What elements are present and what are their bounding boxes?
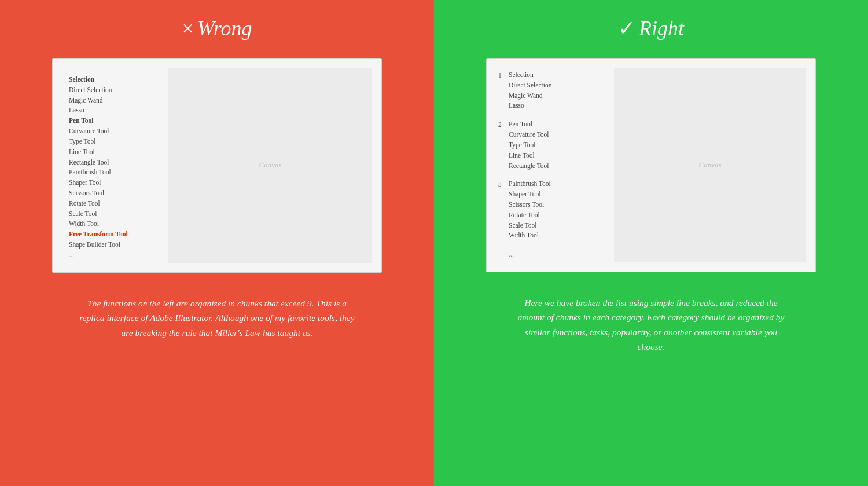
right-tool-list: 1SelectionDirect SelectionMagic WandLass… xyxy=(487,59,614,272)
list-item: Shape Builder Tool xyxy=(69,240,157,250)
list-item: Rectangle Tool xyxy=(69,158,157,168)
list-item: Direct Selection xyxy=(509,81,551,91)
wrong-canvas-area: Canvas xyxy=(168,68,372,263)
right-icon: ✓ xyxy=(618,17,635,40)
list-item: ... xyxy=(69,250,157,261)
list-item: Pen Tool xyxy=(69,116,157,126)
wrong-icon: × xyxy=(182,17,194,40)
list-item: Lasso xyxy=(509,101,551,111)
list-item: Rotate Tool xyxy=(509,210,551,221)
list-item: Type Tool xyxy=(69,137,157,147)
right-card: 1SelectionDirect SelectionMagic WandLass… xyxy=(486,58,816,272)
list-item: Lasso xyxy=(69,105,157,116)
tool-group: 2Pen ToolCurvature ToolType ToolLine Too… xyxy=(498,119,605,171)
list-item: Pen Tool xyxy=(509,119,549,130)
list-item: Curvature Tool xyxy=(509,130,549,140)
tool-group: 3Paintbrush ToolShaper ToolScissors Tool… xyxy=(498,179,605,241)
group-items: Paintbrush ToolShaper ToolScissors ToolR… xyxy=(509,179,551,241)
list-item: Scissors Tool xyxy=(69,188,157,199)
list-item: Paintbrush Tool xyxy=(509,179,551,189)
list-item: Curvature Tool xyxy=(69,126,157,137)
list-item: Magic Wand xyxy=(69,96,157,106)
list-item: Width Tool xyxy=(69,219,157,229)
list-item: Type Tool xyxy=(509,140,549,151)
list-item: Free Transform Tool xyxy=(69,229,157,240)
group-number: 2 xyxy=(498,119,509,171)
wrong-title: Wrong xyxy=(197,17,252,40)
list-item: Shaper Tool xyxy=(69,178,157,188)
list-item: Paintbrush Tool xyxy=(69,167,157,178)
list-item: Selection xyxy=(69,75,157,85)
ellipsis: ... xyxy=(509,249,605,260)
group-items: SelectionDirect SelectionMagic WandLasso xyxy=(509,70,551,111)
list-item: Line Tool xyxy=(509,151,549,161)
list-item: Scissors Tool xyxy=(509,200,551,210)
group-number: 1 xyxy=(498,70,509,111)
list-item: Magic Wand xyxy=(509,91,551,101)
list-item: Line Tool xyxy=(69,147,157,158)
list-item: Selection xyxy=(509,70,551,81)
list-item: Shaper Tool xyxy=(509,189,551,200)
wrong-description: The functions on the left are organized … xyxy=(78,296,356,341)
right-description: Here we have broken the list using simpl… xyxy=(512,295,790,355)
list-item: Rectangle Tool xyxy=(509,161,549,171)
wrong-panel: ×Wrong SelectionDirect SelectionMagic Wa… xyxy=(0,0,434,486)
list-item: Direct Selection xyxy=(69,85,157,96)
right-canvas-area: Canvas xyxy=(614,68,806,262)
list-item: Scale Tool xyxy=(509,221,551,231)
right-header: ✓Right xyxy=(434,0,868,52)
group-number: 3 xyxy=(498,179,509,241)
list-item: Scale Tool xyxy=(69,209,157,220)
right-title: Right xyxy=(639,17,684,40)
group-items: Pen ToolCurvature ToolType ToolLine Tool… xyxy=(509,119,549,171)
list-item: Width Tool xyxy=(509,231,551,241)
wrong-tool-list: SelectionDirect SelectionMagic WandLasso… xyxy=(53,59,168,272)
wrong-header: ×Wrong xyxy=(0,0,434,52)
wrong-card: SelectionDirect SelectionMagic WandLasso… xyxy=(52,58,382,273)
list-item: Rotate Tool xyxy=(69,199,157,209)
tool-group: 1SelectionDirect SelectionMagic WandLass… xyxy=(498,70,605,111)
right-panel: ✓Right 1SelectionDirect SelectionMagic W… xyxy=(434,0,868,486)
